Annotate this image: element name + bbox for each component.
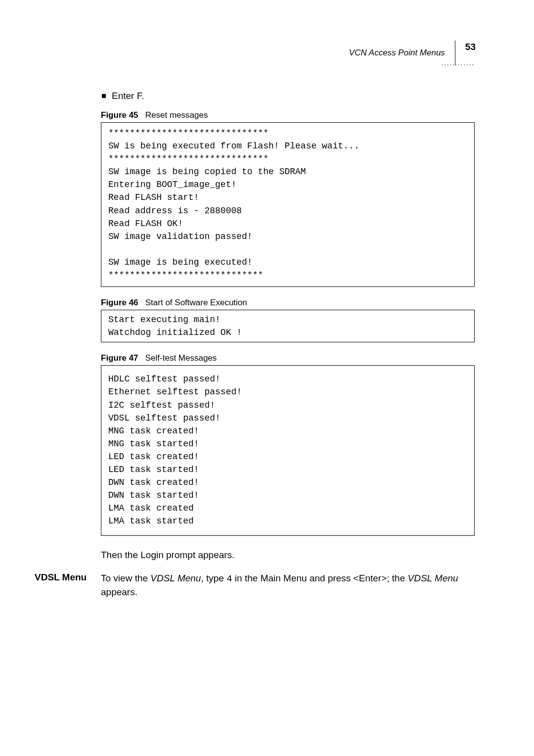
vdsl-text-mid1: , type: [201, 573, 226, 583]
vdsl-menu-heading: VDSL Menu: [35, 572, 101, 583]
vdsl-menu-body: To view the VDSL Menu, type 4 in the Mai…: [101, 572, 475, 599]
vdsl-text-mid2: in the Main Menu and press <Enter>; the: [232, 573, 408, 583]
figure-47-label: Figure 47: [101, 353, 138, 363]
figure-46-title: Start of Software Execution: [145, 298, 247, 307]
vdsl-italic-2: VDSL Menu: [407, 573, 458, 583]
vdsl-menu-section: VDSL Menu To view the VDSL Menu, type 4 …: [101, 572, 475, 599]
figure-47-title: Self-test Messages: [145, 353, 217, 363]
figure-47-caption: Figure 47 Self-test Messages: [101, 353, 475, 363]
vdsl-code-4: 4: [226, 573, 232, 584]
login-prompt-text: Then the Login prompt appears.: [101, 549, 475, 562]
figure-45-caption: Figure 45 Reset messages: [101, 110, 475, 120]
bullet-square-icon: [102, 94, 106, 98]
vdsl-italic-1: VDSL Menu: [150, 573, 201, 583]
figure-45-label: Figure 45: [101, 110, 138, 120]
vdsl-text-pre: To view the: [101, 573, 150, 583]
bullet-item: Enter F.: [102, 91, 475, 101]
figure-46-caption: Figure 46 Start of Software Execution: [101, 298, 475, 308]
vdsl-text-post: appears.: [101, 587, 137, 597]
figure-45-title: Reset messages: [145, 110, 208, 120]
header-section-title: VCN Access Point Menus: [349, 48, 445, 58]
figure-47-codebox: HDLC selftest passed! Ethernet selftest …: [101, 365, 475, 536]
figure-46-label: Figure 46: [101, 298, 138, 307]
figure-45-codebox: ****************************** SW is bei…: [101, 122, 475, 287]
bullet-text: Enter F.: [112, 91, 144, 101]
figure-46-codebox: Start executing main! Watchdog initializ…: [101, 310, 475, 342]
header-dots: ............: [101, 59, 475, 67]
